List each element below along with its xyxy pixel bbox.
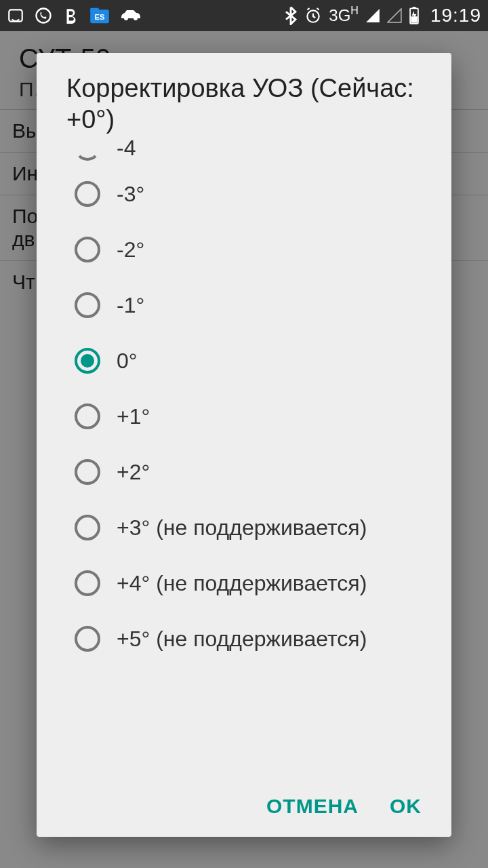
whatsapp-icon <box>34 6 53 25</box>
folder-icon: ES <box>89 7 110 24</box>
dialog-actions: ОТМЕНА OK <box>37 778 451 837</box>
radio-unchecked-icon[interactable] <box>75 139 100 161</box>
radio-option[interactable]: +3° (не поддерживается) <box>37 500 451 555</box>
option-label: +3° (не поддерживается) <box>117 515 367 540</box>
signal-sim1-icon <box>365 8 380 23</box>
radio-unchecked-icon[interactable] <box>75 292 100 318</box>
option-label: +2° <box>117 460 150 485</box>
svg-point-1 <box>37 9 51 23</box>
network-label: 3G <box>329 6 350 25</box>
option-label: +4° (не поддерживается) <box>117 571 367 596</box>
status-bar: ES 3GH 19:19 <box>0 0 488 31</box>
bluetooth-icon <box>284 6 298 25</box>
svg-rect-7 <box>413 7 416 8</box>
network-annot: H <box>350 5 359 17</box>
network-3g-icon: 3GH <box>329 6 359 25</box>
radio-unchecked-icon[interactable] <box>75 403 100 429</box>
option-label: -2° <box>117 237 144 262</box>
radio-option[interactable]: +4° (не поддерживается) <box>37 555 451 611</box>
radio-option[interactable]: +5° (не поддерживается) <box>37 611 451 667</box>
radio-checked-icon[interactable] <box>75 348 100 374</box>
svg-rect-0 <box>9 9 22 21</box>
option-label: -4 <box>117 139 136 161</box>
radio-unchecked-icon[interactable] <box>75 181 100 207</box>
dialog-option-list[interactable]: -4-3°-2°-1°0°+1°+2°+3° (не поддерживаетс… <box>37 139 451 778</box>
radio-option[interactable]: +2° <box>37 444 451 500</box>
radio-option[interactable]: -4 <box>37 139 451 166</box>
option-label: +5° (не поддерживается) <box>117 627 367 652</box>
option-label: +1° <box>117 404 150 429</box>
battery-icon <box>409 7 420 24</box>
car-icon <box>119 9 142 22</box>
radio-option[interactable]: -1° <box>37 277 451 333</box>
ok-button[interactable]: OK <box>390 795 422 818</box>
option-label: -1° <box>117 293 144 318</box>
option-label: -3° <box>117 182 144 207</box>
radio-option[interactable]: 0° <box>37 333 451 389</box>
signal-sim2-icon <box>387 8 402 23</box>
radio-unchecked-icon[interactable] <box>75 626 100 652</box>
bag-icon <box>7 7 24 24</box>
alarm-icon <box>304 7 322 24</box>
status-clock: 19:19 <box>430 5 481 26</box>
svg-text:ES: ES <box>94 13 105 21</box>
b-icon <box>62 7 80 24</box>
status-right: 3GH 19:19 <box>284 5 481 26</box>
cancel-button[interactable]: ОТМЕНА <box>266 795 359 818</box>
radio-option[interactable]: +1° <box>37 389 451 444</box>
radio-unchecked-icon[interactable] <box>75 515 100 540</box>
radio-unchecked-icon[interactable] <box>75 237 100 262</box>
radio-option[interactable]: -3° <box>37 166 451 222</box>
radio-unchecked-icon[interactable] <box>75 570 100 596</box>
radio-option[interactable]: -2° <box>37 222 451 277</box>
uoz-correction-dialog: Корректировка УОЗ (Сейчас: +0°) -4-3°-2°… <box>37 53 451 837</box>
status-left: ES <box>7 6 142 25</box>
radio-unchecked-icon[interactable] <box>75 459 100 485</box>
option-label: 0° <box>117 349 138 374</box>
svg-rect-3 <box>90 8 99 12</box>
dialog-title: Корректировка УОЗ (Сейчас: +0°) <box>37 53 451 139</box>
